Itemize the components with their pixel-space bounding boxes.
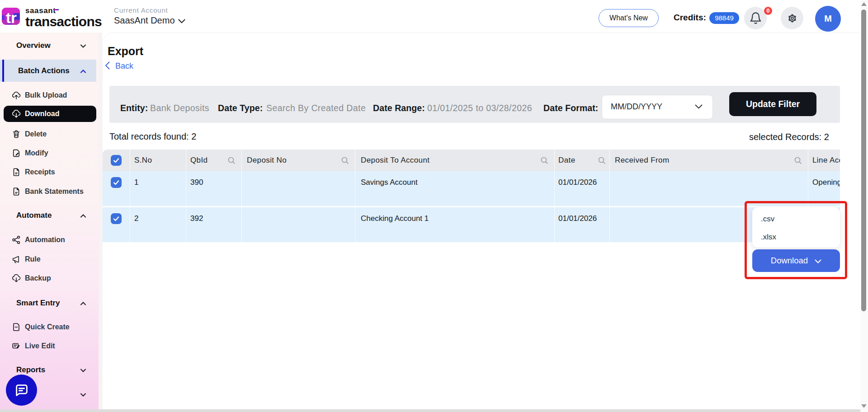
svg-text:tr: tr: [6, 9, 17, 25]
